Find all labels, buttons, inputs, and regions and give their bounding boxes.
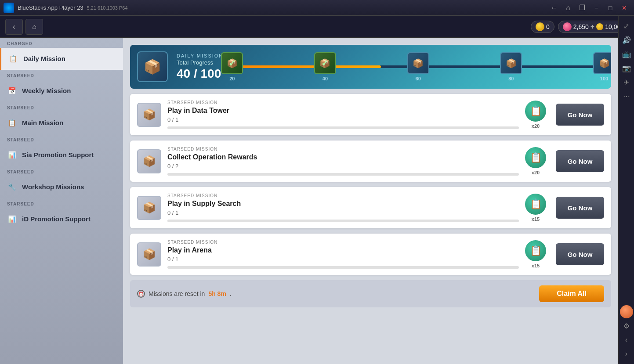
right-sidebar: ⤢ 🔊 📺 📷 ✈ ⋯ ⚙ ‹ › [618, 16, 634, 364]
reset-timer: 5h 8m [208, 290, 226, 297]
milestone-20-reward[interactable]: 📦 [221, 52, 243, 74]
top-chrome: ‹ ⌂ 0 2,650 + 10,061 [0, 16, 634, 38]
section-label-starseed-4: STARSEED [0, 166, 123, 176]
mission-0-reward: 📋 x20 [525, 101, 546, 129]
banner-box-icon: 📦 [137, 51, 168, 82]
main-mission-label: Main Mission [22, 119, 63, 127]
mission-1-box-icon: 📦 [137, 149, 161, 173]
mission-2-tag: STARSEED MISSION [167, 193, 519, 198]
user-avatar[interactable] [620, 305, 633, 318]
sidebar-item-id-promotion[interactable]: 📊 iD Promotion Support [0, 208, 123, 230]
progress-info: DAILY MISSION Total Progress 40 / 100 [177, 53, 223, 81]
reset-label: Missions are reset in [149, 290, 205, 297]
mission-card-2: 📦 STARSEED MISSION Play in Supply Search… [130, 187, 611, 228]
maximize-btn[interactable]: □ [604, 3, 616, 13]
chevron-right-icon[interactable]: › [620, 347, 633, 360]
chevron-left-icon[interactable]: ‹ [620, 333, 633, 346]
progress-label: DAILY MISSION [177, 53, 223, 58]
settings-icon[interactable]: ⚙ [620, 319, 633, 332]
mission-card-0: 📦 STARSEED MISSION Play in Data Tower 0 … [130, 94, 611, 135]
reset-info: ⏰ Missions are reset in 5h 8m . [137, 290, 232, 298]
mission-1-reward: 📋 x20 [525, 147, 546, 175]
main-mission-icon: 📋 [7, 118, 17, 128]
sia-promotion-icon: 📊 [7, 150, 17, 160]
reset-suffix: . [230, 290, 232, 297]
camera-icon[interactable]: 📷 [620, 61, 633, 75]
mission-3-box-icon: 📦 [137, 242, 161, 267]
mission-0-go-now-btn[interactable]: Go Now [556, 104, 604, 126]
milestone-100: 📦 100 [593, 52, 611, 81]
daily-mission-label: Daily Mission [23, 55, 65, 63]
titlebar-home-btn[interactable]: ⌂ [562, 3, 574, 13]
mission-1-reward-count: x20 [532, 170, 540, 175]
expand-icon[interactable]: ⤢ [620, 19, 633, 32]
mission-1-go-now-btn[interactable]: Go Now [556, 150, 604, 172]
sidebar-item-workshop-missions[interactable]: 🔧 Workshop Missions [0, 176, 123, 198]
mission-3-name: Play in Arena [167, 246, 519, 254]
milestone-60-reward[interactable]: 📦 [407, 52, 429, 74]
milestone-100-label: 100 [600, 76, 608, 81]
gold-icon [536, 22, 544, 31]
workshop-icon: 🔧 [7, 182, 17, 192]
progress-subtitle: Total Progress [177, 59, 223, 66]
daily-mission-icon: 📋 [8, 54, 18, 64]
milestone-80: 📦 80 [500, 52, 522, 81]
gem-icon [563, 22, 572, 31]
app-logo [4, 3, 14, 13]
back-button[interactable]: ‹ [5, 19, 23, 35]
mission-1-progress: 0 / 2 [167, 163, 519, 169]
star-icon [596, 23, 603, 30]
workshop-missions-label: Workshop Missions [22, 183, 84, 191]
main-container: CHARGED 📋 Daily Mission STARSEED 📅 Weekl… [0, 38, 618, 364]
milestone-100-reward[interactable]: 📦 [593, 52, 611, 74]
mission-3-tag: STARSEED MISSION [167, 240, 519, 245]
section-label-starseed-1: STARSEED [0, 70, 123, 80]
content-footer: ⏰ Missions are reset in 5h 8m . Claim Al… [130, 280, 611, 307]
location-icon[interactable]: ✈ [620, 76, 633, 89]
sia-promotion-label: Sia Promotion Support [22, 151, 94, 159]
more-icon[interactable]: ⋯ [620, 90, 633, 103]
mission-0-bar-bg [167, 126, 519, 129]
mission-3-reward-count: x15 [532, 263, 540, 268]
titlebar-window-btn[interactable]: ❐ [576, 3, 588, 13]
sidebar-item-weekly-mission[interactable]: 📅 Weekly Mission [0, 80, 123, 102]
milestone-80-reward[interactable]: 📦 [500, 52, 522, 74]
home-button[interactable]: ⌂ [25, 19, 43, 35]
titlebar-back-btn[interactable]: ← [548, 3, 560, 13]
mission-2-content: STARSEED MISSION Play in Supply Search 0… [167, 193, 519, 222]
section-label-starseed-5: STARSEED [0, 198, 123, 208]
currency-gold: 0 [531, 21, 554, 33]
id-promotion-label: iD Promotion Support [22, 215, 91, 223]
mission-3-bar-bg [167, 266, 519, 269]
mission-2-box-icon: 📦 [137, 196, 161, 220]
gem-amount: 2,650 [573, 23, 589, 30]
mission-2-go-now-btn[interactable]: Go Now [556, 197, 604, 219]
milestone-20-label: 20 [229, 76, 235, 81]
mission-2-reward-icon: 📋 [525, 194, 546, 215]
mission-0-progress: 0 / 1 [167, 116, 519, 123]
mission-3-go-now-btn[interactable]: Go Now [556, 243, 604, 265]
sidebar-item-main-mission[interactable]: 📋 Main Mission [0, 112, 123, 134]
close-btn[interactable]: ✕ [618, 3, 630, 13]
progress-banner: 📦 DAILY MISSION Total Progress 40 / 100 … [130, 45, 611, 89]
milestone-40-reward[interactable]: 📦 [314, 52, 336, 74]
app-title: BlueStacks App Player 23 [18, 4, 83, 11]
mission-2-bar-bg [167, 220, 519, 222]
add-gems-btn[interactable]: + [591, 23, 594, 31]
mission-3-reward: 📋 x15 [525, 240, 546, 268]
mission-1-tag: STARSEED MISSION [167, 147, 519, 151]
mission-0-name: Play in Data Tower [167, 107, 519, 115]
volume-icon[interactable]: 🔊 [620, 33, 633, 47]
mission-1-reward-icon: 📋 [525, 147, 546, 168]
clock-icon: ⏰ [137, 290, 145, 298]
mission-2-reward: 📋 x15 [525, 194, 546, 222]
screen-icon[interactable]: 📺 [620, 47, 633, 61]
mission-2-reward-count: x15 [532, 216, 540, 222]
sidebar-item-daily-mission[interactable]: 📋 Daily Mission [0, 48, 123, 70]
titlebar-nav: ← ⌂ ❐ [548, 3, 588, 13]
claim-all-button[interactable]: Claim All [539, 285, 604, 302]
mission-2-name: Play in Supply Search [167, 200, 519, 208]
sidebar-item-sia-promotion[interactable]: 📊 Sia Promotion Support [0, 144, 123, 166]
mission-1-name: Collect Operation Rewards [167, 153, 519, 161]
minimize-btn[interactable]: − [590, 3, 602, 13]
